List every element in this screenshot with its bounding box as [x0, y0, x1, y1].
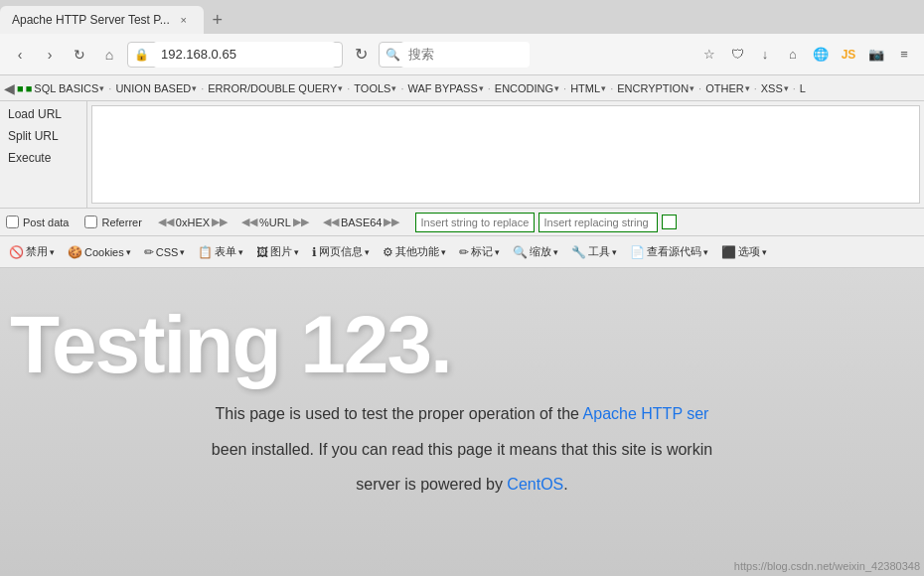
- url-textarea[interactable]: [91, 105, 920, 204]
- images-icon: 🖼: [256, 245, 268, 259]
- zoom-label: 缩放: [530, 244, 551, 259]
- error-double-label: ERROR/DOUBLE QUERY: [208, 82, 337, 94]
- reload-button[interactable]: ↻: [68, 43, 91, 67]
- apache-link[interactable]: Apache HTTP ser: [583, 405, 709, 422]
- shield-icon[interactable]: 🛡: [725, 43, 749, 67]
- tools-bottom-label: 工具: [588, 244, 610, 259]
- images-button[interactable]: 🖼 图片 ▾: [251, 242, 304, 261]
- execute-button[interactable]: Execute: [0, 147, 86, 169]
- tools-label: TOOLS: [354, 82, 390, 94]
- css-icon: ✏: [144, 245, 154, 259]
- other-features-label: 其他功能: [395, 244, 439, 259]
- zoom-button[interactable]: 🔍 缩放 ▾: [508, 242, 563, 261]
- sep7: ·: [608, 82, 615, 94]
- marks-button[interactable]: ✏ 标记 ▾: [454, 242, 505, 261]
- other-label: OTHER: [705, 82, 744, 94]
- tab-close-button[interactable]: ×: [176, 12, 192, 28]
- toolbar-arrow-left: ◀: [4, 80, 15, 96]
- search-input[interactable]: [400, 42, 530, 68]
- tools-bottom-icon: 🔧: [571, 245, 586, 259]
- tools-bottom-button[interactable]: 🔧 工具 ▾: [566, 242, 622, 261]
- base64-label: BASE64: [341, 216, 383, 228]
- watermark-text: https://blog.csdn.net/weixin_42380348: [734, 560, 920, 572]
- home2-icon[interactable]: ⌂: [781, 43, 805, 67]
- bookmark-icon[interactable]: ☆: [697, 43, 721, 67]
- html-label: HTML: [570, 82, 600, 94]
- content-text-1: This page is used to test the proper ope…: [216, 405, 583, 422]
- tools-menu[interactable]: TOOLS ▾: [354, 82, 396, 94]
- zoom-arrow: ▾: [553, 247, 558, 257]
- search-icon: 🔍: [385, 48, 400, 62]
- insert-replacing-input[interactable]: [539, 213, 658, 232]
- encoding-menu[interactable]: ENCODING ▾: [495, 82, 559, 94]
- css-button[interactable]: ✏ CSS ▾: [139, 243, 191, 261]
- menu-button[interactable]: ≡: [892, 43, 916, 67]
- active-tab[interactable]: Apache HTTP Server Test P... ×: [0, 6, 204, 34]
- left-sidebar: Load URL Split URL Execute: [0, 101, 87, 208]
- back-button[interactable]: ‹: [8, 43, 32, 67]
- form-icon: 📋: [198, 245, 213, 259]
- cookies-button[interactable]: 🍪 Cookies ▾: [63, 243, 136, 261]
- other-features-button[interactable]: ⚙ 其他功能 ▾: [378, 242, 451, 261]
- waf-bypass-arrow: ▾: [479, 83, 484, 93]
- screenshot-icon[interactable]: 📷: [864, 43, 888, 67]
- zoom-icon: 🔍: [513, 245, 528, 259]
- marks-label: 标记: [471, 244, 493, 259]
- encryption-menu[interactable]: ENCRYPTION ▾: [617, 82, 694, 94]
- url-input[interactable]: [153, 42, 336, 68]
- pageinfo-label: 网页信息: [319, 244, 363, 259]
- page-reload-button[interactable]: ↻: [349, 43, 373, 67]
- images-arrow: ▾: [294, 247, 299, 257]
- options-icon: ⬛: [721, 245, 736, 259]
- union-based-menu[interactable]: UNION BASED ▾: [115, 82, 197, 94]
- download-icon[interactable]: ↓: [753, 43, 777, 67]
- page-heading: Testing 123.: [10, 298, 451, 391]
- forward-button[interactable]: ›: [38, 43, 62, 67]
- union-based-arrow: ▾: [192, 83, 197, 93]
- home-button[interactable]: ⌂: [97, 43, 121, 67]
- sep6: ·: [561, 82, 568, 94]
- waf-bypass-menu[interactable]: WAF BYPASS ▾: [407, 82, 483, 94]
- tab-title: Apache HTTP Server Test P...: [12, 13, 170, 27]
- form-button[interactable]: 📋 表单 ▾: [193, 242, 248, 261]
- sql-basics-menu[interactable]: SQL BASICS ▾: [34, 82, 104, 94]
- js-icon[interactable]: JS: [837, 43, 860, 67]
- other-features-icon: ⚙: [383, 245, 393, 259]
- content-paragraph-3: server is powered by CentOS.: [356, 472, 567, 498]
- disable-button[interactable]: 🚫 禁用 ▾: [4, 242, 60, 261]
- encoding-toolbar: Post data Referrer ◀◀ 0xHEX ▶▶ ◀◀ %URL ▶…: [0, 209, 924, 236]
- pageinfo-button[interactable]: ℹ 网页信息 ▾: [307, 242, 375, 261]
- xss-menu[interactable]: XSS ▾: [761, 82, 789, 94]
- centos-link[interactable]: CentOS: [507, 476, 563, 493]
- green-dot1: ■: [17, 82, 24, 94]
- options-button[interactable]: ⬛ 选项 ▾: [716, 242, 772, 261]
- extra-label: L: [800, 82, 806, 94]
- other-arrow: ▾: [745, 83, 750, 93]
- globe-icon[interactable]: 🌐: [809, 43, 833, 67]
- load-url-button[interactable]: Load URL: [0, 103, 86, 125]
- sep1: ·: [106, 82, 113, 94]
- sql-basics-label: SQL BASICS: [34, 82, 98, 94]
- referrer-checkbox[interactable]: [84, 216, 97, 228]
- insert-string-input[interactable]: [415, 213, 535, 232]
- new-tab-button[interactable]: +: [204, 6, 231, 34]
- view-source-arrow: ▾: [703, 247, 708, 257]
- string-replace-checkbox[interactable]: [662, 215, 677, 229]
- other-features-arrow: ▾: [441, 247, 446, 257]
- view-source-button[interactable]: 📄 查看源代码 ▾: [625, 242, 713, 261]
- post-data-checkbox[interactable]: [6, 216, 19, 228]
- split-url-button[interactable]: Split URL: [0, 125, 86, 147]
- sep3: ·: [345, 82, 352, 94]
- url-label: %URL: [259, 216, 291, 228]
- form-label: 表单: [215, 244, 236, 259]
- sep8: ·: [696, 82, 703, 94]
- error-double-menu[interactable]: ERROR/DOUBLE QUERY ▾: [208, 82, 343, 94]
- tools-bottom-arrow: ▾: [612, 247, 617, 257]
- other-menu[interactable]: OTHER ▾: [705, 82, 750, 94]
- html-menu[interactable]: HTML ▾: [570, 82, 606, 94]
- view-source-label: 查看源代码: [647, 244, 701, 259]
- lock-icon: 🔒: [134, 48, 149, 62]
- pageinfo-icon: ℹ: [312, 245, 317, 259]
- html-arrow: ▾: [601, 83, 606, 93]
- referrer-label: Referrer: [101, 216, 141, 228]
